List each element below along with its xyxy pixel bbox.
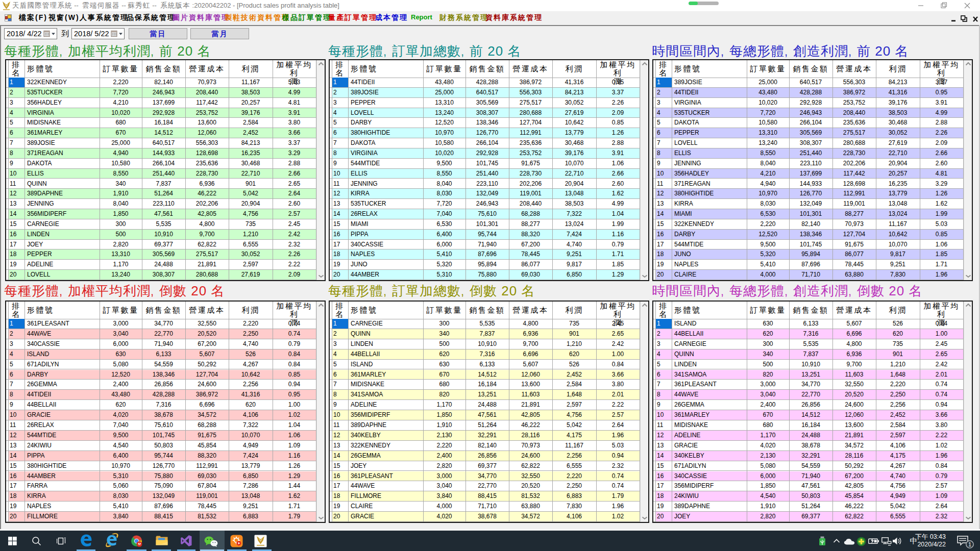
svg-text:1: 1 [968,541,971,547]
